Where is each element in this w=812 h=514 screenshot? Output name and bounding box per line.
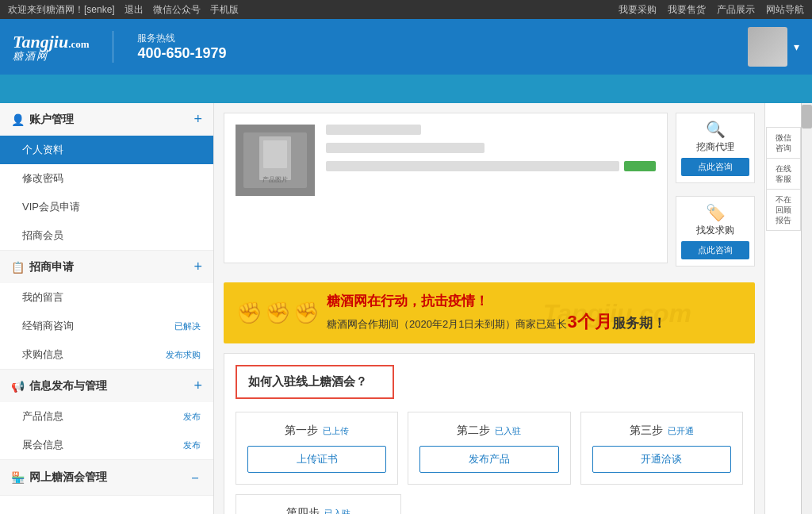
- sidebar-item-member[interactable]: 招商会员: [0, 221, 213, 250]
- sidebar: 👤 账户管理 + 个人资料 修改密码 VIP会员申请 招商会员 📋: [0, 103, 214, 514]
- banner-line1: 糖酒网在行动，抗击疫情！: [327, 292, 666, 310]
- step1-card: 第一步 已上传 上传证书: [236, 412, 398, 485]
- top-bar: 欢迎来到糖酒网！[senke] 退出 微信公众号 手机版 我要采购 我要售货 产…: [0, 0, 812, 19]
- banner: ✊✊✊ 糖酒网在行动，抗击疫情！ 糖酒网合作期间（2020年2月1日未到期）商家…: [224, 282, 755, 343]
- purchase-badge: 发布求购: [166, 349, 201, 361]
- header-right: ▾: [748, 27, 799, 67]
- scrollbar-thumb[interactable]: [802, 105, 812, 128]
- online-icon: 🏪: [11, 471, 25, 484]
- profile-info: [326, 125, 656, 171]
- float-online[interactable]: 在线客服: [766, 158, 801, 189]
- profile-card: 产品图片: [224, 113, 668, 263]
- sidebar-item-products[interactable]: 产品信息 发布: [0, 402, 213, 431]
- mobile-link[interactable]: 手机版: [210, 3, 239, 17]
- step4-tag: 已入驻: [324, 508, 350, 515]
- right-panel: 🔍 挖商代理 点此咨询 🏷️ 找发求购 点此咨询: [676, 113, 755, 273]
- hotline-label: 服务热线: [137, 32, 226, 45]
- find-agent-title: 挖商代理: [681, 140, 749, 154]
- publish-label: 信息发布与管理: [29, 379, 107, 393]
- find-agent-icon: 🔍: [681, 120, 749, 139]
- online-title: 🏪 网上糖酒会管理: [11, 470, 107, 485]
- account-add-btn[interactable]: +: [193, 111, 202, 128]
- nav-buy[interactable]: 我要采购: [619, 3, 657, 17]
- sidebar-section-publish: 📢 信息发布与管理 + 产品信息 发布 展会信息 发布: [0, 370, 213, 460]
- account-section-header: 👤 账户管理 +: [0, 103, 213, 136]
- top-bar-left: 欢迎来到糖酒网！[senke] 退出 微信公众号 手机版: [8, 3, 239, 17]
- vip-label: VIP会员申请: [22, 200, 80, 214]
- logo-main: Tangjiu.com 糖酒网: [13, 33, 89, 61]
- invite-label: 招商申请: [29, 260, 74, 274]
- step1-number: 第一步: [285, 424, 318, 438]
- step2-tag: 已入驻: [495, 425, 521, 437]
- header-left: Tangjiu.com 糖酒网 服务热线 400-650-1979: [13, 31, 227, 63]
- nav-showcase[interactable]: 产品展示: [717, 3, 755, 17]
- dealer-badge: 已解决: [174, 320, 201, 332]
- float-right-panel: 微信咨询 在线客服 不在回顾报告: [764, 103, 801, 514]
- nav-site[interactable]: 网站导航: [766, 3, 804, 17]
- how-to-join-box: 如何入驻线上糖酒会？: [236, 365, 394, 399]
- sidebar-section-online: 🏪 网上糖酒会管理 －: [0, 460, 213, 496]
- avatar[interactable]: [748, 27, 787, 67]
- avatar-dropdown[interactable]: ▾: [794, 40, 799, 53]
- sidebar-item-vip[interactable]: VIP会员申请: [0, 193, 213, 221]
- step3-number: 第三步: [630, 424, 663, 438]
- svg-text:产品图片: 产品图片: [262, 176, 288, 183]
- step1-btn[interactable]: 上传证书: [247, 446, 386, 473]
- float-back[interactable]: 不在回顾报告: [766, 189, 801, 231]
- steps-section: 如何入驻线上糖酒会？ 第一步 已上传 上传证书: [224, 353, 755, 514]
- wechat-link[interactable]: 微信公众号: [153, 3, 201, 17]
- step3-title: 第三步 已开通: [592, 424, 731, 438]
- sidebar-item-expo[interactable]: 展会信息 发布: [0, 431, 213, 459]
- online-label: 网上糖酒会管理: [29, 470, 107, 485]
- find-supplier-title: 找发求购: [681, 224, 749, 237]
- profile-image: 产品图片: [236, 125, 315, 196]
- sidebar-item-profile[interactable]: 个人资料: [0, 136, 213, 164]
- step3-btn[interactable]: 开通洽谈: [592, 446, 731, 473]
- logout-link[interactable]: 退出: [124, 3, 144, 17]
- publish-icon: 📢: [11, 380, 25, 393]
- online-collapse-btn[interactable]: －: [188, 468, 202, 487]
- svg-rect-3: [263, 140, 287, 168]
- nav-bar: [0, 75, 812, 103]
- sidebar-item-dealer[interactable]: 经销商咨询 已解决: [0, 312, 213, 340]
- account-icon: 👤: [11, 113, 25, 126]
- welcome-text: 欢迎来到糖酒网！[senke]: [8, 3, 115, 17]
- messages-label: 我的留言: [22, 290, 63, 305]
- step1-tag: 已上传: [323, 425, 349, 437]
- sidebar-item-messages[interactable]: 我的留言: [0, 283, 213, 312]
- sidebar-section-invite: 📋 招商申请 + 我的留言 经销商咨询 已解决 求购信息 发布求购: [0, 251, 213, 370]
- steps-grid: 第一步 已上传 上传证书 第二步 已入驻 发布产品: [236, 412, 743, 485]
- banner-suffix: 服务期！: [612, 316, 666, 331]
- sidebar-item-password[interactable]: 修改密码: [0, 164, 213, 193]
- publish-add-btn[interactable]: +: [193, 378, 202, 394]
- step2-btn[interactable]: 发布产品: [419, 446, 558, 473]
- banner-fists: ✊✊✊: [236, 301, 319, 325]
- publish-title: 📢 信息发布与管理: [11, 379, 107, 393]
- float-wechat[interactable]: 微信咨询: [766, 127, 801, 158]
- find-agent-btn[interactable]: 点此咨询: [681, 158, 749, 176]
- banner-highlight: 3个月: [567, 312, 611, 332]
- step3-tag: 已开通: [668, 425, 694, 437]
- logo[interactable]: Tangjiu.com 糖酒网: [13, 33, 89, 61]
- header: Tangjiu.com 糖酒网 服务热线 400-650-1979 ▾: [0, 19, 812, 75]
- products-label: 产品信息: [22, 409, 63, 424]
- expo-label: 展会信息: [22, 438, 63, 452]
- password-label: 修改密码: [22, 171, 63, 186]
- find-agent-card: 🔍 挖商代理 点此咨询: [676, 113, 755, 183]
- step2-card: 第二步 已入驻 发布产品: [408, 412, 570, 485]
- step2-number: 第二步: [457, 424, 490, 438]
- find-supplier-btn[interactable]: 点此咨询: [681, 241, 749, 259]
- expo-badge: 发布: [183, 439, 201, 451]
- content-area: 产品图片: [214, 103, 764, 514]
- scrollbar[interactable]: [801, 103, 812, 514]
- sidebar-item-purchase[interactable]: 求购信息 发布求购: [0, 340, 213, 369]
- account-label: 账户管理: [29, 113, 74, 127]
- nav-sell[interactable]: 我要售货: [668, 3, 706, 17]
- find-supplier-card: 🏷️ 找发求购 点此咨询: [676, 196, 755, 267]
- step4-title: 第四步 已入驻: [247, 506, 389, 514]
- banner-text: 糖酒网在行动，抗击疫情！ 糖酒网合作期间（2020年2月1日未到期）商家已延长3…: [327, 292, 666, 334]
- invite-add-btn[interactable]: +: [193, 259, 202, 275]
- step4-card: 第四步 已入驻 入驻线上糖酒会: [236, 494, 401, 514]
- avatar-image: [748, 27, 787, 67]
- banner-line2: 糖酒网合作期间（2020年2月1日未到期）商家已延长3个月服务期！: [327, 310, 666, 334]
